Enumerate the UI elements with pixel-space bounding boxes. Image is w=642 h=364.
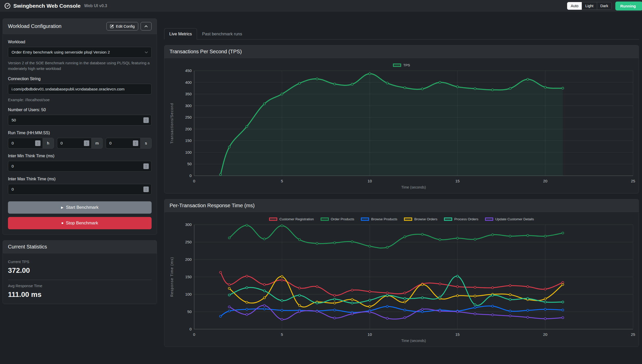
theme-dark-button[interactable]: Dark bbox=[597, 2, 612, 10]
number-spinner[interactable]: ▲▼ bbox=[133, 140, 138, 146]
legend-label: Order Products bbox=[331, 217, 354, 221]
svg-text:400: 400 bbox=[185, 80, 192, 85]
svg-text:50: 50 bbox=[187, 309, 192, 314]
legend-label: Update Customer Details bbox=[495, 217, 534, 221]
stop-benchmark-button[interactable]: ■ Stop Benchmark bbox=[8, 217, 152, 229]
current-tps-label: Current TPS bbox=[8, 259, 152, 264]
svg-text:0: 0 bbox=[190, 327, 192, 331]
svg-text:Response Time (ms): Response Time (ms) bbox=[170, 257, 174, 297]
legend-item-order-products[interactable]: Order Products bbox=[321, 217, 354, 221]
svg-text:100: 100 bbox=[185, 292, 192, 296]
chevron-down-icon bbox=[145, 51, 148, 54]
svg-text:200: 200 bbox=[185, 257, 192, 262]
start-benchmark-label: Start Benchmark bbox=[66, 205, 98, 210]
run-time-seconds-input[interactable]: 0 ▲▼ bbox=[106, 138, 140, 149]
edit-config-button[interactable]: Edit Config bbox=[106, 22, 138, 30]
svg-text:300: 300 bbox=[185, 103, 192, 108]
config-card-title: Workload Configuration bbox=[8, 23, 62, 29]
svg-text:10: 10 bbox=[368, 179, 372, 183]
legend-swatch bbox=[361, 217, 369, 221]
legend-item-browse-orders[interactable]: Browse Orders bbox=[404, 217, 437, 221]
legend-label: Browse Orders bbox=[414, 217, 437, 221]
svg-text:100: 100 bbox=[185, 150, 192, 154]
legend-item-browse-products[interactable]: Browse Products bbox=[361, 217, 397, 221]
tps-chart-title: Transactions Per Second (TPS) bbox=[170, 49, 242, 55]
svg-text:25: 25 bbox=[631, 179, 635, 183]
svg-text:50: 50 bbox=[187, 162, 192, 166]
svg-text:Time (seconds): Time (seconds) bbox=[401, 339, 426, 343]
run-time-minutes-input[interactable]: 0 ▲▼ bbox=[57, 138, 92, 149]
number-spinner[interactable]: ▲▼ bbox=[84, 140, 89, 146]
avg-response-value: 111.00 ms bbox=[8, 290, 152, 299]
run-time-hours-group: 0 ▲▼ h bbox=[8, 138, 54, 149]
svg-text:5: 5 bbox=[281, 332, 283, 337]
run-time-label: Run Time (HH:MM:SS) bbox=[8, 131, 152, 135]
start-benchmark-button[interactable]: ▶ Start Benchmark bbox=[8, 201, 152, 214]
svg-text:150: 150 bbox=[185, 275, 192, 279]
legend-item-update-customer-details[interactable]: Update Customer Details bbox=[485, 217, 534, 221]
connection-string-label: Connection String bbox=[8, 77, 152, 81]
svg-text:150: 150 bbox=[185, 138, 192, 143]
number-of-users-label: Number of Users: 50 bbox=[8, 108, 152, 112]
theme-light-button[interactable]: Light bbox=[582, 2, 597, 10]
svg-text:Time (seconds): Time (seconds) bbox=[401, 185, 426, 189]
response-time-chart: 0510152025050100150200250300Time (second… bbox=[166, 222, 637, 344]
response-time-chart-card: Per-Transaction Response Time (ms) Custo… bbox=[164, 199, 639, 347]
legend-item-process-orders[interactable]: Process Orders bbox=[444, 217, 478, 221]
app-title: Swingbench Web Console bbox=[13, 3, 81, 9]
minutes-suffix: m bbox=[91, 138, 103, 149]
svg-text:350: 350 bbox=[185, 92, 192, 96]
svg-text:20: 20 bbox=[543, 332, 547, 337]
connection-string-value: i.com/pdbdbdev01.sndatabasepubli.vcndata… bbox=[12, 87, 148, 91]
status-badge: Running bbox=[615, 2, 642, 11]
inter-max-think-input[interactable]: 0 ▲▼ bbox=[8, 184, 152, 195]
stop-icon: ■ bbox=[62, 222, 63, 225]
response-time-chart-legend: Customer RegistrationOrder ProductsBrows… bbox=[166, 215, 637, 222]
svg-text:Transactions/Second: Transactions/Second bbox=[170, 103, 174, 144]
connection-string-input[interactable]: i.com/pdbdbdev01.sndatabasepubli.vcndata… bbox=[8, 84, 152, 95]
edit-pencil-square-icon bbox=[110, 24, 114, 28]
gauge-logo-icon bbox=[4, 3, 11, 9]
number-spinner[interactable]: ▲▼ bbox=[143, 163, 149, 169]
tab-live-metrics[interactable]: Live Metrics bbox=[164, 28, 197, 39]
legend-item-customer-registration[interactable]: Customer Registration bbox=[269, 217, 314, 221]
chevron-up-icon bbox=[144, 25, 148, 28]
inter-min-think-label: Inter Min Think Time (ms) bbox=[8, 154, 152, 158]
tps-chart-card: Transactions Per Second (TPS) TPS 051015… bbox=[164, 45, 639, 193]
navbar: Swingbench Web Console Web UI v0.3 Auto … bbox=[0, 0, 642, 12]
number-spinner[interactable]: ▲▼ bbox=[143, 186, 149, 192]
number-spinner[interactable]: ▲▼ bbox=[143, 117, 149, 123]
legend-item-tps[interactable]: TPS bbox=[393, 63, 410, 67]
collapse-panel-button[interactable] bbox=[141, 22, 152, 30]
svg-text:20: 20 bbox=[543, 179, 547, 183]
legend-swatch bbox=[485, 217, 493, 221]
workload-select[interactable]: Order Entry benchmark using serverside p… bbox=[8, 47, 152, 58]
inter-min-think-input[interactable]: 0 ▲▼ bbox=[8, 161, 152, 172]
number-of-users-input[interactable]: 50 ▲▼ bbox=[8, 115, 152, 126]
stop-benchmark-label: Stop Benchmark bbox=[66, 221, 98, 226]
number-of-users-value: 50 bbox=[12, 118, 16, 122]
legend-label: TPS bbox=[403, 63, 410, 67]
svg-text:250: 250 bbox=[185, 115, 192, 119]
tab-bar: Live Metrics Past benchmark runs bbox=[164, 28, 639, 39]
tab-past-benchmark-runs[interactable]: Past benchmark runs bbox=[197, 28, 247, 39]
svg-text:0: 0 bbox=[193, 179, 195, 183]
run-time-hours-value: 0 bbox=[12, 141, 14, 145]
tps-chart: 0510152025050100150200250300350400450Tim… bbox=[166, 68, 637, 191]
current-tps-value: 372.00 bbox=[8, 266, 152, 275]
number-spinner[interactable]: ▲▼ bbox=[35, 140, 41, 146]
svg-text:15: 15 bbox=[455, 332, 460, 337]
stats-card-title: Current Statistics bbox=[8, 244, 47, 250]
app-version: Web UI v0.3 bbox=[84, 4, 107, 8]
avg-response-label: Avg Response Time bbox=[8, 284, 152, 288]
sidebar: Workload Configuration Edit Config bbox=[3, 18, 157, 310]
svg-text:5: 5 bbox=[281, 179, 283, 183]
connection-string-help: Example: //localhost/soe bbox=[8, 97, 152, 103]
run-time-hours-input[interactable]: 0 ▲▼ bbox=[8, 138, 43, 149]
inter-max-think-value: 0 bbox=[12, 187, 14, 192]
svg-text:200: 200 bbox=[185, 127, 192, 131]
inter-max-think-label: Inter Max Think Time (ms) bbox=[8, 177, 152, 181]
legend-swatch bbox=[444, 217, 452, 221]
stats-divider bbox=[8, 280, 152, 280]
theme-auto-button[interactable]: Auto bbox=[567, 2, 582, 10]
